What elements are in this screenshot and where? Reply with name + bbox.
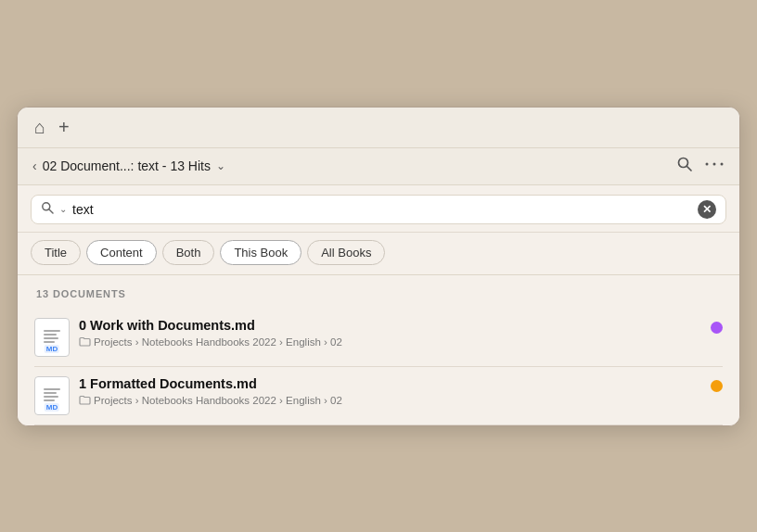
back-button[interactable]: ‹ [32,158,37,173]
navbar: ‹ 02 Document...: text - 13 Hits ⌄ [18,148,739,185]
search-clear-button[interactable]: ✕ [698,200,716,219]
search-dropdown-icon[interactable]: ⌄ [59,204,67,214]
search-input[interactable] [72,202,692,217]
doc-path: Projects › Notebooks Handbooks 2022 › En… [79,336,701,348]
filter-tab-all-books[interactable]: All Books [307,240,385,265]
svg-line-1 [687,166,692,171]
titlebar: ⌂ + [18,108,739,148]
searchbar: ⌄ ✕ [18,185,739,233]
navbar-right [676,156,725,177]
doc-path: Projects › Notebooks Handbooks 2022 › En… [79,395,701,407]
nav-title: 02 Document...: text - 13 Hits [43,158,211,173]
doc-path-text: Projects › Notebooks Handbooks 2022 › En… [94,395,342,406]
doc-icon: MD [34,318,70,357]
document-item[interactable]: MD 0 Work with Documents.md Projects › N… [34,309,723,367]
doc-path-text: Projects › Notebooks Handbooks 2022 › En… [94,336,342,348]
nav-chevron-icon[interactable]: ⌄ [216,159,225,172]
search-lens-icon [41,201,54,217]
navbar-left: ‹ 02 Document...: text - 13 Hits ⌄ [32,158,225,173]
doc-icon: MD [34,376,70,415]
svg-point-3 [713,163,716,166]
doc-info: 0 Work with Documents.md Projects › Note… [79,318,701,348]
content-area: 13 DOCUMENTS MD 0 Work with Documents.md [18,275,739,425]
search-input-wrapper: ⌄ ✕ [31,195,726,224]
filter-tab-content[interactable]: Content [86,240,157,265]
folder-icon [79,395,91,407]
home-icon[interactable]: ⌂ [34,117,45,138]
doc-color-dot [711,380,723,392]
filter-tab-this-book[interactable]: This Book [220,240,302,265]
more-options-icon[interactable] [704,157,725,175]
doc-title: 0 Work with Documents.md [79,318,701,333]
svg-point-4 [721,163,724,166]
doc-badge: MD [45,345,59,353]
filter-tab-title[interactable]: Title [31,240,81,265]
folder-icon [79,336,91,348]
main-window: ⌂ + ‹ 02 Document...: text - 13 Hits ⌄ [17,107,740,426]
search-icon[interactable] [676,156,693,177]
doc-info: 1 Formatted Documents.md Projects › Note… [79,376,701,407]
svg-point-2 [706,163,709,166]
doc-color-dot [711,322,723,334]
doc-badge: MD [45,403,59,412]
filter-tabs: Title Content Both This Book All Books [18,233,739,275]
add-tab-icon[interactable]: + [58,117,70,138]
document-item[interactable]: MD 1 Formatted Documents.md Projects › N… [34,367,723,425]
filter-tab-both[interactable]: Both [162,240,215,265]
doc-title: 1 Formatted Documents.md [79,376,701,391]
section-label: 13 DOCUMENTS [34,288,723,299]
svg-line-6 [49,209,53,213]
